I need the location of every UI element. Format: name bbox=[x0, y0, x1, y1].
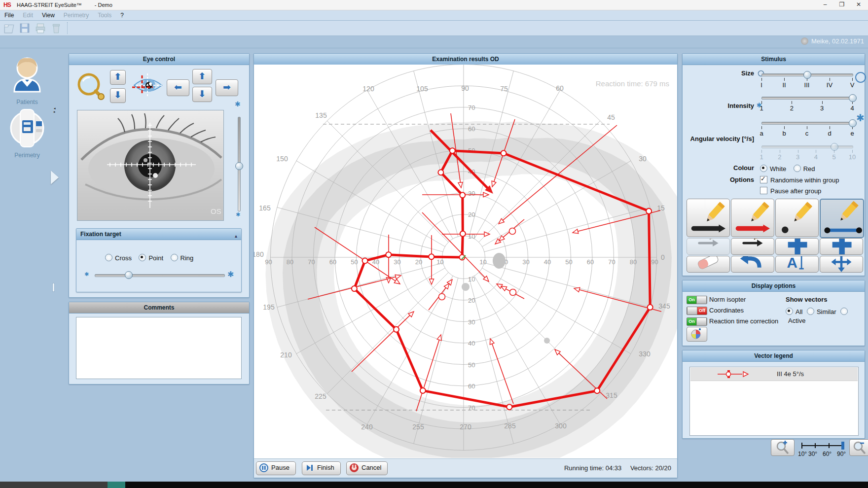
grid-label: 80 bbox=[287, 258, 293, 266]
magnifier-icon[interactable] bbox=[75, 71, 107, 103]
add-plus-1-button[interactable] bbox=[775, 238, 819, 255]
sidebar-expand-arrow-icon[interactable] bbox=[51, 171, 59, 184]
isopter-point bbox=[362, 258, 368, 263]
intensity-number-tick-3: 3 bbox=[820, 105, 824, 112]
size-tick-I: I bbox=[760, 81, 762, 89]
show-active-radio[interactable] bbox=[840, 308, 848, 315]
legend-entry-row[interactable]: III 4e 5°/s bbox=[690, 368, 858, 381]
taskbar-segment[interactable] bbox=[0, 482, 108, 488]
colour-radio-red[interactable] bbox=[794, 165, 801, 172]
taskbar-app-indicator[interactable] bbox=[108, 482, 125, 488]
open-document-icon[interactable] bbox=[3, 22, 15, 33]
save-icon[interactable] bbox=[19, 22, 31, 33]
vector-arrowhead bbox=[483, 192, 489, 197]
eye-right-button[interactable]: ➡ bbox=[216, 79, 238, 96]
show-similar-radio[interactable] bbox=[807, 308, 814, 315]
isopter-point bbox=[420, 388, 426, 393]
sidebar-splitter-handle[interactable] bbox=[52, 283, 55, 292]
intensity-number-slider-thumb[interactable] bbox=[849, 94, 857, 102]
cancel-button[interactable]: Cancel bbox=[346, 461, 388, 475]
pause-button[interactable]: Pause bbox=[256, 461, 296, 475]
fixation-slider-track[interactable] bbox=[95, 274, 225, 277]
intensity-gear-icon[interactable]: ✱ bbox=[856, 112, 865, 124]
intensity-number-tick-4: 4 bbox=[850, 105, 854, 112]
vector-legend-list[interactable]: III 4e 5°/s bbox=[689, 367, 859, 436]
fixation-radio-point[interactable] bbox=[139, 254, 146, 261]
menu-help[interactable]: ? bbox=[116, 10, 128, 19]
perimetry-chart[interactable]: 1010202030304040505060607070101020203030… bbox=[254, 65, 677, 458]
size-slider-thumb[interactable] bbox=[803, 71, 811, 79]
colour-wheel-button[interactable] bbox=[687, 327, 707, 342]
intensity-label: Intensity bbox=[683, 102, 754, 109]
angular-velocity-label: Angular velocity [°/s] bbox=[683, 135, 754, 142]
small-vector-black-button[interactable] bbox=[687, 238, 730, 255]
move-tool-button[interactable] bbox=[820, 256, 863, 273]
zoom-out-button[interactable] bbox=[849, 439, 868, 456]
fixation-radio-ring[interactable] bbox=[171, 254, 178, 261]
print-icon[interactable] bbox=[35, 22, 46, 33]
camera-gear-top-icon[interactable]: ✱ bbox=[235, 100, 241, 108]
eye-tracking-icon[interactable] bbox=[131, 72, 164, 98]
vector-arrowhead bbox=[490, 339, 494, 345]
intensity-letter-slider-track[interactable] bbox=[761, 122, 853, 125]
norm-isopter-label: Norm isopter bbox=[709, 296, 746, 303]
eye-up2-button[interactable]: ⬆ bbox=[192, 69, 212, 84]
zoom-slider-thumb[interactable] bbox=[841, 442, 844, 450]
add-plus-2-button[interactable] bbox=[820, 238, 863, 255]
option-pause-after-group[interactable]: Pause after group bbox=[760, 186, 821, 195]
eye-down-button[interactable]: ⬇ bbox=[110, 88, 126, 103]
norm-isopter-toggle[interactable]: On bbox=[687, 296, 707, 304]
taskbar[interactable] bbox=[0, 482, 868, 488]
zoom-in-icon bbox=[771, 440, 794, 455]
small-vector-black2-button[interactable] bbox=[731, 238, 774, 255]
maximize-button[interactable]: ❐ bbox=[834, 0, 849, 9]
eye-left-button[interactable]: ⬅ bbox=[167, 79, 189, 96]
intensity-number-slider-track[interactable] bbox=[761, 97, 853, 100]
vector-arrowhead bbox=[437, 335, 441, 341]
undo-icon bbox=[731, 256, 774, 272]
menu-view[interactable]: View bbox=[37, 10, 59, 19]
sidebar-collapse-icon[interactable]: ◂▸ bbox=[54, 106, 56, 113]
eye-down2-button[interactable]: ⬇ bbox=[192, 87, 212, 102]
eraser-button[interactable] bbox=[687, 256, 730, 273]
sidebar-item-perimetry[interactable]: Perimetry bbox=[5, 107, 49, 159]
display-options-panel: Display options On Norm isopter Off Coor… bbox=[682, 280, 865, 346]
grid-label: 30 bbox=[468, 318, 475, 326]
pause-after-group-checkbox[interactable] bbox=[760, 187, 767, 194]
colour-radio-white[interactable] bbox=[760, 165, 767, 172]
fixation-radio-cross[interactable] bbox=[105, 254, 112, 261]
option-randomise[interactable]: Randomise within group bbox=[760, 175, 839, 184]
angle-label-330: 330 bbox=[639, 350, 651, 358]
sidebar-item-patients[interactable]: Patients bbox=[5, 54, 49, 105]
zoom-in-button[interactable] bbox=[771, 439, 795, 456]
camera-gear-bottom-icon[interactable]: ✱ bbox=[236, 211, 240, 218]
minimize-button[interactable]: – bbox=[818, 0, 832, 9]
angle-label-315: 315 bbox=[606, 391, 617, 399]
camera-slider-thumb[interactable] bbox=[235, 162, 243, 170]
text-tool-button[interactable]: A bbox=[775, 256, 819, 273]
undo-button[interactable] bbox=[731, 256, 774, 273]
show-all-radio[interactable] bbox=[786, 308, 793, 315]
draw-point-button[interactable] bbox=[775, 199, 819, 237]
close-button[interactable]: ✕ bbox=[851, 0, 866, 9]
coordinates-toggle[interactable]: Off bbox=[687, 307, 707, 315]
comments-textarea[interactable] bbox=[76, 317, 242, 379]
intensity-letter-slider-thumb[interactable] bbox=[849, 119, 857, 127]
draw-vector-red-button[interactable] bbox=[731, 199, 774, 237]
reaction-time-toggle[interactable]: On bbox=[687, 317, 707, 326]
angle-label-120: 120 bbox=[362, 85, 374, 93]
menu-file[interactable]: File bbox=[0, 10, 18, 19]
draw-line-button[interactable] bbox=[820, 199, 864, 238]
grid-label: 70 bbox=[608, 258, 615, 266]
draw-vector-black-button[interactable] bbox=[687, 199, 730, 237]
zoom-slider[interactable] bbox=[800, 441, 845, 450]
vector-arrowhead bbox=[395, 275, 401, 279]
delete-icon[interactable] bbox=[50, 22, 62, 33]
menu-edit: Edit bbox=[18, 10, 37, 19]
finish-button[interactable]: Finish bbox=[302, 461, 341, 475]
options-label: Options bbox=[683, 176, 754, 183]
eye-up-button[interactable]: ⬆ bbox=[110, 70, 126, 85]
collapse-chevron-icon[interactable]: ▴ bbox=[235, 231, 237, 242]
randomise-checkbox[interactable] bbox=[760, 176, 767, 183]
fixation-slider-thumb[interactable] bbox=[125, 271, 133, 279]
